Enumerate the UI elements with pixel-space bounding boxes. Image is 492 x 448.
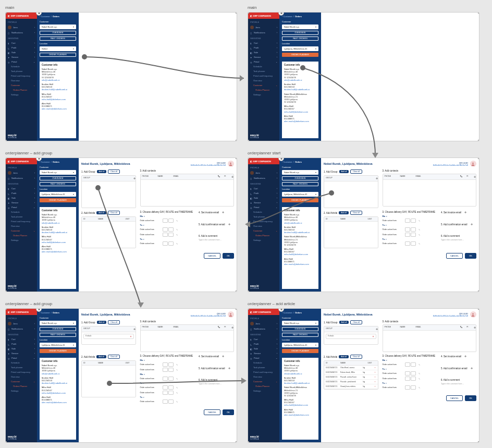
sidebar-user[interactable]: Jana› [6, 170, 37, 176]
stepper-input[interactable] [163, 227, 168, 232]
location-select[interactable]: Ljubljana, Miklošičeva 41 [40, 343, 76, 347]
stepper-input[interactable] [411, 377, 416, 381]
sidebar-petrolfreq[interactable]: Petrol and frequency [248, 370, 279, 374]
order-planner-button[interactable]: ORDER PLANNER [40, 53, 76, 57]
sidebar-profit[interactable]: ◺Profit› [248, 342, 279, 346]
resize-handle[interactable] [5, 290, 7, 292]
sidebar-service[interactable]: ✦Service› [6, 55, 37, 59]
edit-icon[interactable]: ✎ [176, 220, 178, 222]
add-icon[interactable]: ✚ [222, 211, 224, 214]
sidebar-petrol[interactable]: ◎Petrol⌄ [248, 356, 279, 360]
sidebar-user[interactable]: Jana› [248, 170, 279, 176]
add-all-button[interactable]: Add all [339, 321, 349, 324]
edit-icon[interactable]: ✎ [176, 234, 178, 236]
breadcrumb-customer[interactable]: Customer [283, 15, 292, 18]
customer-select[interactable]: Nobel Burek s.p. [282, 321, 318, 325]
sidebar-service[interactable]: ✦Service› [248, 55, 279, 59]
sidebar-taskplanner[interactable]: Task planner [248, 69, 279, 74]
contact-icon[interactable] [228, 311, 234, 318]
table-row[interactable]: 0.0223456721Falura beak, 30knkg× [324, 370, 378, 375]
stepper-input[interactable] [163, 368, 168, 372]
day-mo[interactable]: Mo [140, 215, 195, 217]
stepper-input[interactable] [411, 227, 416, 232]
stepper-input[interactable] [168, 391, 174, 395]
order-planner-button[interactable]: ORDER PLANNER [282, 53, 318, 57]
sidebar-overview[interactable]: Overview [248, 224, 279, 228]
cancel-button[interactable]: CANCEL [446, 395, 463, 401]
add-row-icon[interactable]: ✚ [376, 177, 378, 180]
customer-select[interactable]: Nobel Burek s.p. [40, 170, 76, 175]
add-row-icon[interactable]: ✚ [133, 177, 136, 180]
stepper-input[interactable] [163, 391, 168, 395]
clear-all-button[interactable]: Clear all [350, 169, 362, 174]
add-icon[interactable]: ✚ [471, 367, 473, 370]
location-select[interactable]: Ljubljana, Miklošičeva 41 [40, 192, 76, 197]
comment-placeholder[interactable]: Type in the comment here… [441, 239, 476, 241]
sidebar-schedule[interactable]: Schedule [6, 210, 37, 214]
sidebar-sale[interactable]: ◧Sale› [6, 50, 37, 55]
edit-icon[interactable]: ✎ [176, 369, 178, 371]
clear-all-button[interactable]: Clear all [108, 211, 120, 215]
day-tu[interactable]: Tu [140, 224, 195, 226]
location-select[interactable]: Ljubljana, Miklošičeva 41 [282, 343, 318, 347]
ok-button[interactable]: OK [223, 409, 234, 415]
day-mo[interactable]: Mo [140, 359, 195, 361]
sidebar-sale[interactable]: ◧Sale› [6, 196, 37, 200]
sidebar-taskplanner[interactable]: Task planner [6, 365, 37, 370]
breadcrumb-customer[interactable]: Customer [283, 311, 292, 314]
stepper-input[interactable] [411, 371, 416, 376]
resize-handle[interactable] [248, 308, 249, 310]
resize-handle[interactable] [248, 140, 249, 141]
stepper-input[interactable] [163, 399, 168, 404]
edit-icon[interactable]: ✎ [419, 364, 420, 366]
sidebar-taskplanner[interactable]: Task planner [248, 214, 279, 219]
sidebar-overview[interactable]: Overview [6, 224, 37, 228]
edit-icon[interactable]: ✎ [176, 243, 178, 245]
add-all-button[interactable]: Add all [339, 211, 349, 214]
sidebar-ordersplanner[interactable]: Orders Planner [248, 233, 279, 238]
remove-icon[interactable]: × [373, 384, 377, 389]
sidebar-customer[interactable]: Customer⌄ [6, 83, 37, 88]
sidebar-petrolfreq[interactable]: Petrol and frequency [6, 370, 37, 374]
overview-button[interactable]: OVERVIEW [40, 327, 76, 331]
sidebar-settings[interactable]: Settings [6, 92, 37, 97]
sidebar-taskplanner[interactable]: Task planner [6, 69, 37, 74]
sidebar-user[interactable]: Jana› [6, 321, 37, 326]
breadcrumb-customer[interactable]: Customer [283, 161, 292, 163]
day-mo[interactable]: Mo [383, 359, 437, 361]
edit-icon[interactable]: ✎ [176, 392, 178, 394]
add-row-icon[interactable]: ✚ [133, 328, 136, 331]
stepper-input[interactable] [168, 399, 174, 404]
resize-handle[interactable] [5, 158, 7, 159]
sidebar-settings[interactable]: Settings [6, 238, 37, 243]
sidebar-sale[interactable]: ◧Sale› [248, 196, 279, 200]
stepper-input[interactable] [405, 371, 410, 376]
comment-placeholder[interactable]: Type in the comment here… [441, 383, 476, 385]
sidebar-profit[interactable]: ◺Profit› [6, 191, 37, 196]
sidebar-petrol[interactable]: ◎Petrol⌄ [6, 356, 37, 360]
stepper-input[interactable] [168, 219, 174, 223]
stepper-input[interactable] [405, 219, 410, 223]
clear-icon[interactable]: × [373, 335, 374, 338]
clear-all-button[interactable]: Clear all [350, 211, 362, 215]
customer-select[interactable]: Nobel Burek s.p. [40, 25, 76, 29]
overview-button[interactable]: OVERVIEW [282, 176, 318, 180]
contact-icon[interactable] [470, 161, 476, 167]
sidebar-ordersplanner[interactable]: Orders Planner [6, 233, 37, 238]
clear-all-button[interactable]: Clear all [350, 320, 362, 324]
resize-handle[interactable] [478, 140, 479, 141]
resize-handle[interactable] [5, 308, 7, 310]
order-planner-button[interactable]: ORDER PLANNER [40, 349, 76, 353]
day-tu[interactable]: Tu [383, 224, 437, 226]
sidebar-customer[interactable]: Customer⌄ [248, 228, 279, 233]
add-icon[interactable]: ✚ [464, 211, 466, 214]
clear-all-button[interactable]: Clear all [108, 169, 120, 174]
add-icon[interactable]: ✚ [228, 367, 230, 370]
sidebar-service[interactable]: ✦Service› [248, 200, 279, 205]
clear-all-button[interactable]: Clear all [108, 355, 120, 359]
sidebar-cart[interactable]: $Cart› [6, 186, 37, 191]
sidebar-service[interactable]: ✦Service› [6, 351, 37, 356]
order-planner-button[interactable]: ORDER PLANNER [40, 198, 76, 202]
customer-select[interactable]: Nobel Burek s.p. [282, 170, 318, 175]
stepper-input[interactable] [168, 233, 174, 237]
